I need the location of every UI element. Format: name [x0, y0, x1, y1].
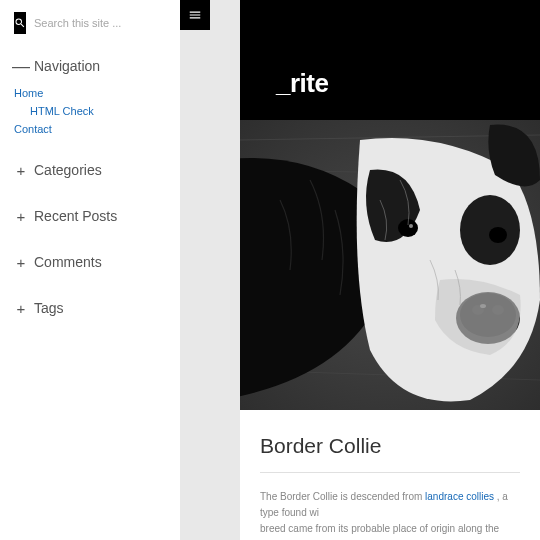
section-header-navigation[interactable]: — Navigation: [14, 52, 166, 80]
sidebar-section-navigation: — Navigation Home HTML Check Contact: [14, 52, 166, 138]
section-header-tags[interactable]: + Tags: [14, 294, 166, 322]
sidebar-section-recent-posts: + Recent Posts: [14, 202, 166, 230]
hamburger-button[interactable]: [180, 0, 210, 30]
section-title: Categories: [34, 162, 102, 178]
search-row: [14, 12, 166, 34]
search-icon: [14, 17, 26, 29]
section-title: Comments: [34, 254, 102, 270]
hamburger-icon: [188, 8, 202, 22]
article: Border Collie The Border Collie is desce…: [240, 410, 540, 540]
section-title: Tags: [34, 300, 64, 316]
section-header-recent-posts[interactable]: + Recent Posts: [14, 202, 166, 230]
section-header-comments[interactable]: + Comments: [14, 248, 166, 276]
body-text: breed came from its probable place of or…: [260, 523, 499, 534]
search-input[interactable]: [26, 13, 180, 33]
search-button[interactable]: [14, 12, 26, 34]
section-title: Navigation: [34, 58, 100, 74]
plus-icon: +: [14, 209, 28, 223]
nav-links: Home HTML Check Contact: [14, 80, 166, 138]
layout-gap: [180, 0, 240, 540]
plus-icon: +: [14, 163, 28, 177]
section-header-categories[interactable]: + Categories: [14, 156, 166, 184]
sidebar: — Navigation Home HTML Check Contact + C…: [0, 0, 180, 540]
sidebar-section-tags: + Tags: [14, 294, 166, 322]
nav-link-home[interactable]: Home: [14, 84, 166, 102]
main-content: _rite: [240, 0, 540, 540]
svg-point-4: [460, 195, 520, 265]
body-text: The Border Collie is descended from: [260, 491, 425, 502]
minus-icon: —: [14, 59, 28, 73]
nav-link-contact[interactable]: Contact: [14, 120, 166, 138]
plus-icon: +: [14, 255, 28, 269]
link-collies[interactable]: collies: [466, 491, 494, 502]
site-title: _rite: [276, 68, 328, 99]
sidebar-section-comments: + Comments: [14, 248, 166, 276]
link-landrace[interactable]: landrace: [425, 491, 463, 502]
plus-icon: +: [14, 301, 28, 315]
divider: [260, 472, 520, 473]
sidebar-section-categories: + Categories: [14, 156, 166, 184]
nav-link-html-check[interactable]: HTML Check: [14, 102, 166, 120]
svg-point-7: [409, 224, 413, 228]
section-title: Recent Posts: [34, 208, 117, 224]
article-body: The Border Collie is descended from land…: [260, 489, 520, 540]
site-header: _rite: [240, 0, 540, 120]
article-title: Border Collie: [260, 434, 520, 458]
hero-image: [240, 120, 540, 410]
svg-point-6: [489, 227, 507, 243]
